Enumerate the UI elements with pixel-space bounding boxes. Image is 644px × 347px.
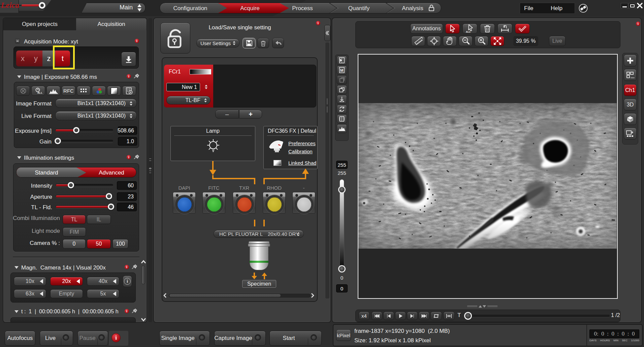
svg-text:ALL: ALL: [466, 30, 471, 33]
svg-text:ALL: ALL: [37, 91, 42, 94]
svg-text:Leica: Leica: [1, 1, 19, 9]
svg-text:M: M: [340, 68, 343, 72]
